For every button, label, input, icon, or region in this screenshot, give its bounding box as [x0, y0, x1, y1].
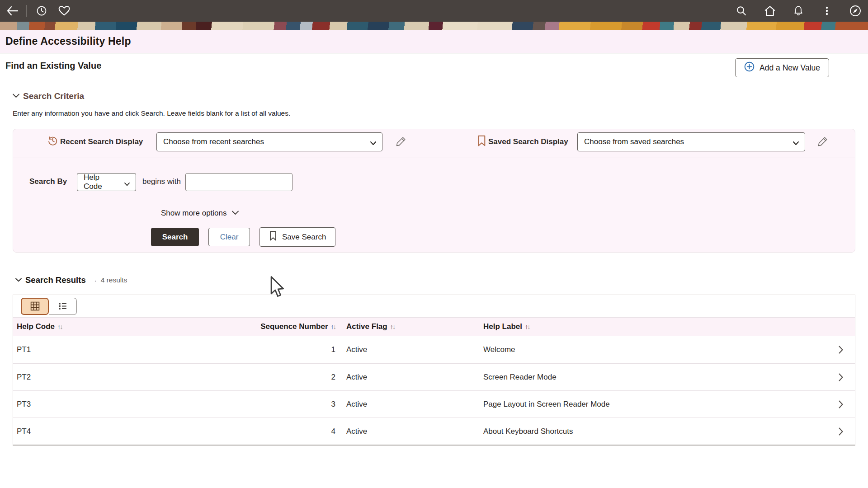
- grid-view-button[interactable]: [21, 298, 49, 315]
- row-chevron-icon[interactable]: [827, 427, 855, 436]
- recent-search-select[interactable]: Choose from recent searches: [156, 132, 382, 151]
- table-row[interactable]: PT1 1 Active Welcome: [13, 336, 855, 363]
- cell-help-label: Page Layout in Screen Reader Mode: [477, 400, 827, 409]
- grid-icon: [30, 301, 40, 311]
- saved-search-display-label: Saved Search Display: [488, 137, 568, 146]
- list-view-button[interactable]: [49, 298, 77, 315]
- cell-sequence-number: 4: [245, 427, 337, 436]
- add-new-value-label: Add a New Value: [760, 63, 820, 73]
- recent-search-selected-value: Choose from recent searches: [163, 137, 264, 146]
- search-instructions: Enter any information you have and click…: [13, 109, 868, 117]
- show-more-options[interactable]: Show more options: [161, 209, 239, 218]
- navbar-compass-icon[interactable]: [849, 5, 861, 17]
- save-search-button[interactable]: Save Search: [259, 227, 335, 247]
- chevron-down-icon: [124, 180, 130, 189]
- cell-active-flag: Active: [337, 427, 477, 436]
- find-existing-value-row: Find an Existing Value Add a New Value: [0, 53, 868, 80]
- find-existing-value-heading: Find an Existing Value: [5, 61, 101, 71]
- sort-icon: ↑↓: [331, 323, 336, 330]
- panel-divider: [13, 158, 855, 158]
- recent-search-display-label: Recent Search Display: [60, 137, 143, 146]
- results-separator: ·: [94, 277, 97, 284]
- column-label: Help Code: [17, 322, 55, 331]
- cell-sequence-number: 2: [245, 373, 337, 382]
- cell-help-label: Screen Reader Mode: [477, 373, 827, 382]
- search-criteria-panel: Recent Search Display Choose from recent…: [13, 129, 855, 253]
- row-chevron-icon[interactable]: [827, 400, 855, 409]
- results-grid: Help Code ↑↓ Sequence Number ↑↓ Active F…: [13, 295, 855, 446]
- bookmark-icon: [269, 231, 277, 243]
- plus-circle-icon: [744, 61, 755, 74]
- cell-help-code: PT1: [13, 345, 245, 354]
- save-search-label: Save Search: [282, 233, 326, 242]
- sort-icon: ↑↓: [390, 323, 395, 330]
- page-title-bar: Define Accessibility Help: [0, 30, 868, 53]
- column-header-help-code[interactable]: Help Code ↑↓: [13, 322, 245, 331]
- chevron-down-icon: [370, 139, 377, 148]
- table-row[interactable]: PT3 3 Active Page Layout in Screen Reade…: [13, 390, 855, 418]
- table-row[interactable]: PT4 4 Active About Keyboard Shortcuts: [13, 418, 855, 445]
- show-more-options-label: Show more options: [161, 209, 227, 218]
- cell-sequence-number: 1: [245, 345, 337, 354]
- recent-history-icon: [47, 136, 58, 148]
- cell-active-flag: Active: [337, 373, 477, 382]
- add-new-value-button[interactable]: Add a New Value: [735, 58, 829, 77]
- search-criteria-heading: Search Criteria: [23, 91, 84, 101]
- chevron-down-icon: [231, 209, 239, 218]
- search-icon[interactable]: [736, 5, 747, 17]
- view-toggle: [21, 298, 77, 315]
- row-chevron-icon[interactable]: [827, 345, 855, 354]
- sort-icon: ↑↓: [525, 323, 530, 330]
- clear-button[interactable]: Clear: [208, 228, 250, 246]
- cell-sequence-number: 3: [245, 400, 337, 409]
- search-criteria-toggle[interactable]: Search Criteria: [12, 91, 868, 101]
- column-label: Active Flag: [346, 322, 387, 331]
- column-header-help-label[interactable]: Help Label ↑↓: [477, 322, 827, 331]
- search-results-heading: Search Results: [25, 275, 86, 285]
- recent-history-icon[interactable]: [36, 5, 47, 17]
- row-chevron-icon[interactable]: [827, 373, 855, 382]
- edit-recent-search-pencil-icon[interactable]: [395, 136, 407, 147]
- page-title: Define Accessibility Help: [5, 35, 131, 47]
- column-label: Help Label: [483, 322, 522, 331]
- column-header-sequence-number[interactable]: Sequence Number ↑↓: [245, 322, 337, 331]
- search-by-field-select[interactable]: Help Code: [77, 173, 136, 191]
- edit-saved-search-pencil-icon[interactable]: [817, 136, 829, 147]
- table-header-row: Help Code ↑↓ Sequence Number ↑↓ Active F…: [13, 317, 855, 336]
- top-bar: [0, 0, 868, 22]
- column-header-active-flag[interactable]: Active Flag ↑↓: [337, 322, 477, 331]
- decorative-banner-strip: [0, 22, 868, 30]
- cell-help-label: About Keyboard Shortcuts: [477, 427, 827, 436]
- operator-label: begins with: [142, 177, 181, 186]
- saved-search-selected-value: Choose from saved searches: [584, 137, 684, 146]
- search-results-toggle[interactable]: Search Results · 4 results: [15, 275, 868, 285]
- chevron-down-icon: [12, 92, 20, 100]
- saved-search-select[interactable]: Choose from saved searches: [577, 132, 805, 151]
- bookmark-icon: [477, 135, 486, 148]
- cell-help-code: PT3: [13, 400, 245, 409]
- favorites-heart-icon[interactable]: [58, 5, 70, 17]
- cell-active-flag: Active: [337, 400, 477, 409]
- cell-help-label: Welcome: [477, 345, 827, 354]
- notifications-bell-icon[interactable]: [793, 5, 804, 17]
- sort-icon: ↑↓: [57, 323, 62, 330]
- column-label: Sequence Number: [260, 322, 328, 331]
- cell-active-flag: Active: [337, 345, 477, 354]
- results-toolbar: [13, 295, 855, 317]
- search-by-field-value: Help Code: [84, 173, 118, 191]
- chevron-down-icon: [793, 139, 799, 148]
- begins-with-input[interactable]: [185, 173, 292, 191]
- results-count: 4 results: [101, 276, 127, 284]
- list-icon: [57, 301, 68, 311]
- search-button[interactable]: Search: [151, 228, 199, 246]
- more-actions-icon[interactable]: [821, 5, 833, 17]
- topbar-divider: [26, 5, 27, 17]
- cell-help-code: PT2: [13, 373, 245, 382]
- back-arrow-icon[interactable]: [6, 5, 18, 17]
- search-by-label: Search By: [29, 177, 67, 186]
- chevron-down-icon: [15, 276, 22, 284]
- home-icon[interactable]: [764, 5, 776, 17]
- table-row[interactable]: PT2 2 Active Screen Reader Mode: [13, 363, 855, 390]
- cell-help-code: PT4: [13, 427, 245, 436]
